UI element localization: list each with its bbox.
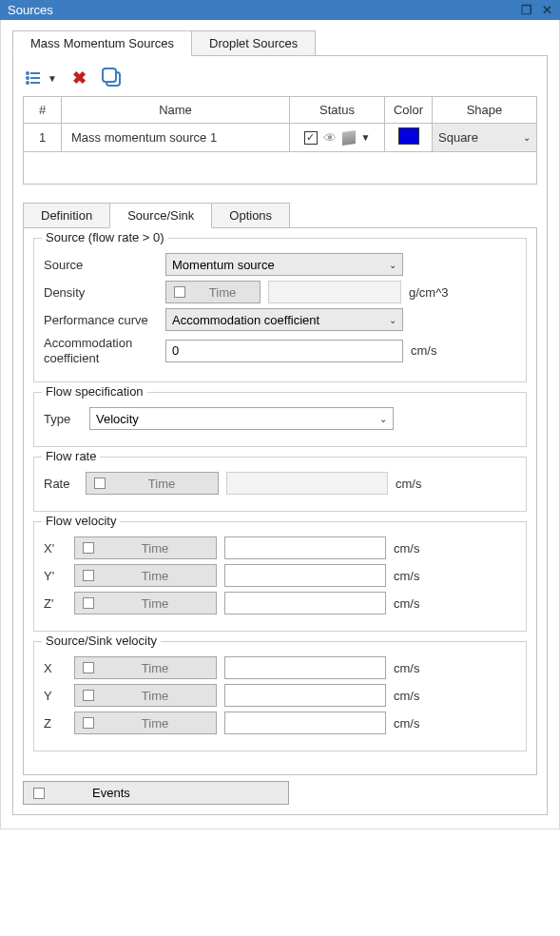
sv-x-time-button[interactable]: Time: [74, 656, 217, 679]
status-dropdown-icon[interactable]: ▼: [361, 132, 371, 143]
label-density: Density: [44, 285, 158, 300]
table-row[interactable]: 1 Mass momentum source 1 ✓ 👁 ▼ Squa: [24, 124, 537, 152]
fv-x-time-button[interactable]: Time: [74, 536, 217, 559]
chevron-down-icon: ⌄: [389, 315, 396, 325]
accom-input[interactable]: 0: [165, 340, 403, 362]
svg-point-0: [26, 71, 29, 75]
window-title: Sources: [8, 3, 53, 17]
row-status: ✓ 👁 ▼: [290, 124, 385, 152]
svg-rect-1: [30, 72, 40, 74]
sv-x-input[interactable]: [224, 656, 386, 679]
row-num: 1: [24, 124, 62, 152]
undock-icon[interactable]: ❐: [521, 3, 532, 17]
rate-time-checkbox[interactable]: [94, 478, 106, 489]
fv-y-time-button[interactable]: Time: [74, 564, 217, 587]
rate-time-button[interactable]: Time: [86, 472, 219, 495]
dropdown-flow-type[interactable]: Velocity ⌄: [89, 407, 394, 430]
label-type: Type: [44, 412, 82, 426]
density-input[interactable]: [268, 281, 401, 303]
svg-point-4: [26, 81, 29, 85]
label-xprime: X': [44, 541, 67, 556]
label-accom: Accommodation coefficient: [44, 336, 158, 365]
label-yprime: Y': [44, 569, 67, 583]
svg-point-2: [26, 76, 29, 80]
dropdown-perf-curve[interactable]: Accommodation coefficient ⌄: [165, 308, 403, 331]
row-name[interactable]: Mass momentum source 1: [62, 124, 290, 152]
group-sink-velocity: Source/Sink velocity X Time cm/s Y Time …: [33, 641, 527, 751]
shape-value: Square: [438, 130, 478, 145]
title-bar: Sources ❐ ✕: [0, 0, 560, 20]
sv-y-time-button[interactable]: Time: [74, 684, 217, 707]
tab-mass-momentum[interactable]: Mass Momentum Sources: [12, 30, 192, 56]
enable-checkbox[interactable]: ✓: [304, 131, 318, 145]
sv-y-input[interactable]: [224, 684, 386, 707]
label-rate: Rate: [44, 477, 78, 491]
label-y: Y: [44, 689, 67, 703]
legend-source: Source (flow rate > 0): [42, 230, 168, 244]
group-source: Source (flow rate > 0) Source Momentum s…: [33, 238, 527, 382]
density-time-checkbox[interactable]: [174, 286, 185, 298]
svg-rect-5: [30, 82, 40, 84]
density-unit: g/cm^3: [409, 285, 449, 300]
chevron-down-icon: ⌄: [523, 132, 531, 143]
label-zprime: Z': [44, 596, 67, 611]
events-checkbox[interactable]: [33, 788, 45, 799]
fv-z-time-button[interactable]: Time: [74, 592, 217, 614]
solid-icon[interactable]: [342, 130, 356, 146]
legend-sink-velocity: Source/Sink velocity: [42, 634, 161, 648]
chevron-down-icon: ⌄: [389, 260, 396, 270]
label-source: Source: [44, 258, 158, 272]
label-perf-curve: Performance curve: [44, 313, 158, 327]
tab-options[interactable]: Options: [211, 203, 290, 228]
sv-z-time-button[interactable]: Time: [74, 712, 217, 734]
legend-flow-velocity: Flow velocity: [42, 514, 120, 528]
legend-flow-spec: Flow specification: [42, 384, 147, 399]
duplicate-icon[interactable]: [102, 68, 123, 88]
col-name[interactable]: Name: [62, 97, 290, 124]
col-status[interactable]: Status: [290, 97, 385, 124]
fv-x-input[interactable]: [224, 536, 386, 559]
sources-table: # Name Status Color Shape 1 Mass momentu…: [23, 96, 537, 185]
group-flow-velocity: Flow velocity X' Time cm/s Y' Time cm/s …: [33, 521, 527, 632]
inner-tabs: Definition Source/Sink Options: [23, 202, 537, 227]
label-x: X: [44, 661, 67, 675]
col-shape[interactable]: Shape: [433, 97, 537, 124]
legend-flow-rate: Flow rate: [42, 449, 100, 463]
delete-icon[interactable]: ✖: [72, 69, 87, 87]
filter-icon[interactable]: ▼: [25, 70, 57, 86]
group-flow-rate: Flow rate Rate Time cm/s: [33, 457, 527, 512]
col-num[interactable]: #: [24, 97, 62, 124]
tab-source-sink[interactable]: Source/Sink: [109, 203, 212, 228]
group-flow-spec: Flow specification Type Velocity ⌄: [33, 392, 527, 447]
row-shape[interactable]: Square ⌄: [433, 124, 537, 152]
rate-input[interactable]: [226, 472, 388, 495]
toolbar: ▼ ✖: [23, 64, 537, 96]
fv-z-input[interactable]: [224, 592, 386, 614]
rate-unit: cm/s: [396, 477, 421, 491]
events-button[interactable]: Events: [23, 781, 289, 805]
color-swatch[interactable]: [398, 127, 419, 145]
col-color[interactable]: Color: [385, 97, 433, 124]
top-tabs: Mass Momentum Sources Droplet Sources: [12, 29, 548, 55]
row-color[interactable]: [385, 124, 433, 152]
dropdown-source[interactable]: Momentum source ⌄: [165, 253, 403, 276]
fv-y-input[interactable]: [224, 564, 386, 587]
svg-rect-3: [30, 77, 40, 79]
close-icon[interactable]: ✕: [542, 3, 552, 17]
density-time-button[interactable]: Time: [165, 281, 261, 303]
chevron-down-icon: ⌄: [379, 414, 387, 424]
tab-definition[interactable]: Definition: [23, 203, 110, 228]
label-z: Z: [44, 716, 67, 731]
accom-unit: cm/s: [411, 343, 436, 358]
visibility-icon[interactable]: 👁: [323, 130, 337, 146]
events-label: Events: [92, 786, 130, 800]
tab-droplet[interactable]: Droplet Sources: [191, 30, 316, 56]
sv-z-input[interactable]: [224, 712, 386, 734]
